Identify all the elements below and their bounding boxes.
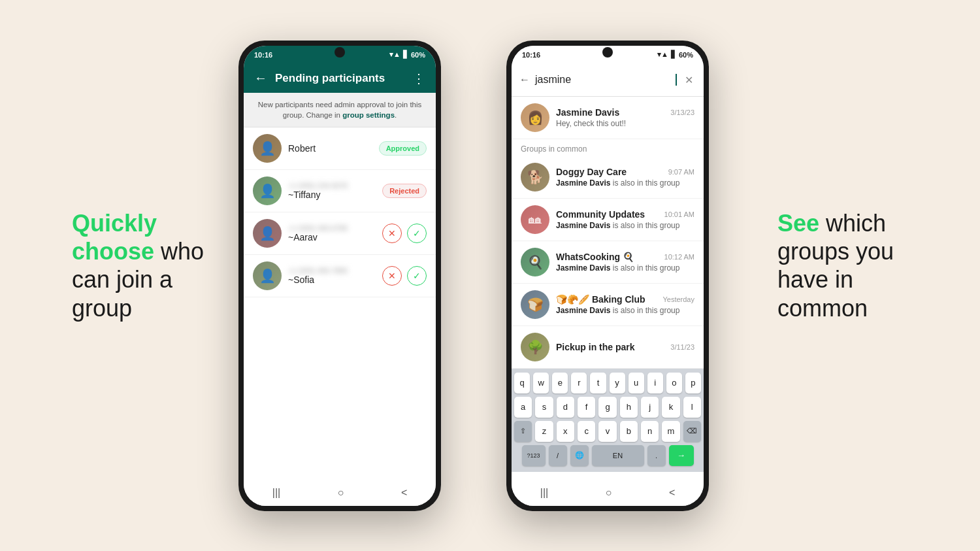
baking-info: 🍞🥐🥖 Baking Club Yesterday Jasmine Davis … bbox=[556, 294, 694, 315]
avatar-tiffany: 👤 bbox=[253, 176, 282, 205]
robert-info: Robert bbox=[288, 143, 372, 154]
right-status-time: 10:16 bbox=[522, 51, 540, 59]
sofia-number: +1 (555) 456-7890 bbox=[288, 267, 376, 275]
community-bold: Jasmine Davis bbox=[556, 221, 610, 230]
key-shift[interactable]: ⇧ bbox=[514, 421, 532, 442]
battery-icon: 60% bbox=[411, 51, 425, 59]
nav-back-icon[interactable]: < bbox=[401, 487, 407, 499]
menu-button[interactable]: ⋮ bbox=[412, 71, 425, 86]
participant-robert: 👤 Robert Approved bbox=[244, 127, 436, 170]
pickup-silhouette: 🌳 bbox=[521, 333, 549, 361]
key-symbols[interactable]: ?123 bbox=[522, 445, 546, 466]
key-c[interactable]: c bbox=[578, 421, 595, 442]
key-q[interactable]: q bbox=[514, 373, 530, 393]
aarav-reject-button[interactable]: ✕ bbox=[382, 224, 402, 243]
search-cursor bbox=[676, 74, 677, 86]
key-i[interactable]: i bbox=[647, 373, 663, 393]
community-info: Community Updates 10:01 AM Jasmine Davis… bbox=[556, 209, 694, 230]
sofia-info: +1 (555) 456-7890 ~Sofia bbox=[288, 267, 376, 285]
key-backspace[interactable]: ⌫ bbox=[683, 421, 701, 442]
key-globe[interactable]: 🌐 bbox=[570, 445, 589, 466]
phone-left: 10:16 ▾▲ ▋ 60% ← Pending participants ⋮ … bbox=[238, 41, 441, 511]
pickup-avatar: 🌳 bbox=[521, 333, 549, 361]
key-lang[interactable]: EN bbox=[592, 445, 644, 466]
key-l[interactable]: l bbox=[683, 397, 701, 418]
baking-rest: is also in this group bbox=[610, 306, 679, 315]
key-j[interactable]: j bbox=[641, 397, 659, 418]
avatar-robert: 👤 bbox=[253, 134, 282, 163]
wifi-icon: ▾▲ bbox=[389, 50, 400, 59]
whats-rest: is also in this group bbox=[610, 263, 679, 273]
group-settings-link[interactable]: group settings bbox=[342, 111, 395, 119]
key-slash[interactable]: / bbox=[549, 445, 567, 466]
pickup-top: Pickup in the park 3/11/23 bbox=[556, 342, 694, 352]
key-send[interactable]: → bbox=[669, 445, 694, 466]
key-r[interactable]: r bbox=[571, 373, 587, 393]
pickup-name: Pickup in the park bbox=[556, 342, 635, 352]
key-h[interactable]: h bbox=[620, 397, 638, 418]
right-nav-bar: ||| ○ < bbox=[512, 480, 704, 506]
rejected-badge: Rejected bbox=[382, 184, 427, 198]
key-u[interactable]: u bbox=[629, 373, 644, 393]
key-g[interactable]: g bbox=[598, 397, 616, 418]
aarav-number: +1 (555) 345-6789 bbox=[288, 224, 376, 232]
avatar-aarav: 👤 bbox=[253, 219, 282, 248]
right-camera-notch bbox=[602, 47, 613, 58]
key-z[interactable]: z bbox=[535, 421, 553, 442]
sofia-silhouette: 👤 bbox=[253, 261, 282, 290]
signal-icon: ▋ bbox=[403, 50, 408, 59]
aarav-approve-button[interactable]: ✓ bbox=[407, 224, 427, 243]
key-a[interactable]: a bbox=[514, 397, 532, 418]
sofia-name: ~Sofia bbox=[288, 275, 376, 285]
key-y[interactable]: y bbox=[610, 373, 625, 393]
phone-right: 10:16 ▾▲ ▋ 60% ← jasmine ✕ 👩 Jasmine D bbox=[506, 41, 709, 511]
key-w[interactable]: w bbox=[533, 373, 549, 393]
doggy-silhouette: 🐕 bbox=[521, 163, 549, 192]
group-pickup[interactable]: 🌳 Pickup in the park 3/11/23 bbox=[512, 326, 704, 369]
group-doggy[interactable]: 🐕 Doggy Day Care 9:07 AM Jasmine Davis i… bbox=[512, 156, 704, 199]
right-nav-recents-icon[interactable]: ||| bbox=[540, 487, 548, 499]
camera-notch bbox=[335, 47, 345, 58]
keyboard: q w e r t y u i o p a s d f g h j k l bbox=[512, 369, 704, 472]
whats-info: WhatsCooking 🍳 10:12 AM Jasmine Davis is… bbox=[556, 252, 694, 273]
search-back-button[interactable]: ← bbox=[519, 74, 530, 86]
key-t[interactable]: t bbox=[590, 373, 606, 393]
key-d[interactable]: d bbox=[557, 397, 574, 418]
doggy-name: Doggy Day Care bbox=[556, 167, 627, 177]
key-x[interactable]: x bbox=[557, 421, 574, 442]
search-text: jasmine bbox=[535, 74, 675, 86]
group-community[interactable]: 🏘 Community Updates 10:01 AM Jasmine Dav… bbox=[512, 199, 704, 241]
key-f[interactable]: f bbox=[578, 397, 595, 418]
sofia-approve-button[interactable]: ✓ bbox=[407, 266, 427, 286]
sofia-reject-button[interactable]: ✕ bbox=[382, 266, 402, 286]
doggy-time: 9:07 AM bbox=[668, 168, 694, 176]
key-period[interactable]: . bbox=[647, 445, 666, 466]
search-clear-button[interactable]: ✕ bbox=[682, 74, 696, 86]
group-whatscooking[interactable]: 🍳 WhatsCooking 🍳 10:12 AM Jasmine Davis … bbox=[512, 241, 704, 284]
left-status-time: 10:16 bbox=[254, 51, 272, 59]
key-o[interactable]: o bbox=[666, 373, 682, 393]
doggy-bold: Jasmine Davis bbox=[556, 178, 610, 188]
key-e[interactable]: e bbox=[552, 373, 568, 393]
right-phone-screen: 10:16 ▾▲ ▋ 60% ← jasmine ✕ 👩 Jasmine D bbox=[512, 46, 704, 506]
nav-recents-icon[interactable]: ||| bbox=[272, 487, 280, 499]
key-b[interactable]: b bbox=[620, 421, 638, 442]
back-button[interactable]: ← bbox=[254, 71, 267, 86]
key-v[interactable]: v bbox=[598, 421, 616, 442]
nav-home-icon[interactable]: ○ bbox=[338, 487, 344, 499]
search-input-box[interactable]: jasmine bbox=[535, 74, 677, 86]
key-p[interactable]: p bbox=[685, 373, 701, 393]
group-baking[interactable]: 🍞 🍞🥐🥖 Baking Club Yesterday Jasmine Davi… bbox=[512, 284, 704, 326]
right-nav-back-icon[interactable]: < bbox=[669, 487, 675, 499]
key-k[interactable]: k bbox=[662, 397, 679, 418]
key-n[interactable]: n bbox=[641, 421, 659, 442]
right-tagline: See which groups you have in common bbox=[777, 209, 921, 322]
key-m[interactable]: m bbox=[662, 421, 679, 442]
right-nav-home-icon[interactable]: ○ bbox=[606, 487, 612, 499]
jasmine-contact-item[interactable]: 👩 Jasmine Davis 3/13/23 Hey, check this … bbox=[512, 97, 704, 139]
key-s[interactable]: s bbox=[535, 397, 553, 418]
jasmine-avatar: 👩 bbox=[521, 103, 549, 132]
jasmine-info: Jasmine Davis 3/13/23 Hey, check this ou… bbox=[556, 107, 694, 128]
community-rest: is also in this group bbox=[610, 221, 679, 230]
whats-avatar: 🍳 bbox=[521, 248, 549, 276]
